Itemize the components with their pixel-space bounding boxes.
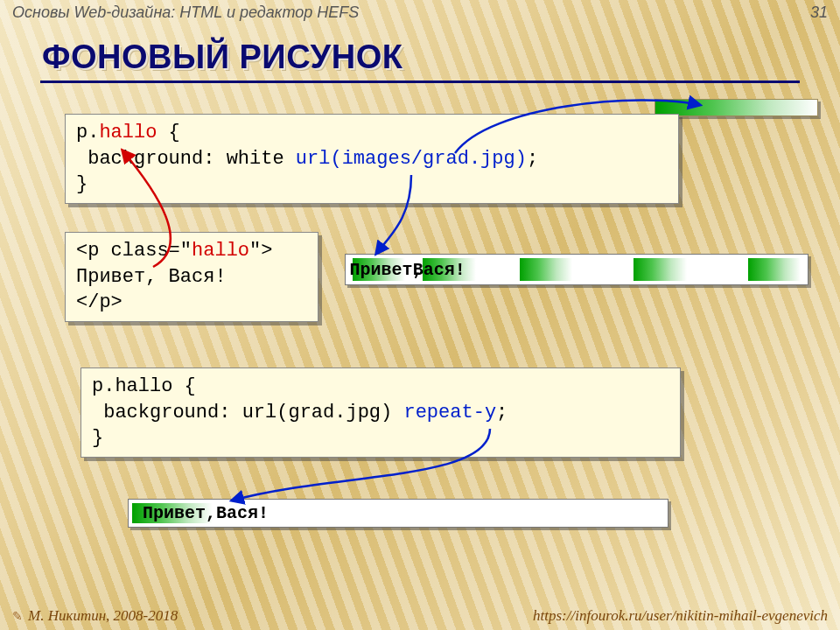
slide: Основы Web-дизайна: HTML и редактор HEFS… [0,0,840,630]
gradient-sample-strip [654,99,818,116]
sample1-word2: Вася! [413,260,466,280]
page-number: 31 [810,4,828,22]
render-sample-2: Привет, Вася! [128,499,668,528]
gradient-tile-icon [748,258,801,281]
footer-bar: ✎М. Никитин, 2008-2018 https://infourok.… [12,607,828,625]
sample2-word1: Привет, [136,503,216,523]
title-underline [40,80,800,83]
gradient-tile-icon [634,258,686,281]
code-css-2: p.hallo { background: url(grad.jpg) repe… [80,368,681,458]
header-bar: Основы Web-дизайна: HTML и редактор HEFS… [12,4,828,22]
slide-title: ФОНОВЫЙ РИСУНОК [42,38,402,76]
footer-glyph-icon: ✎ [12,610,23,623]
code-css-1: p.hallo { background: white url(images/g… [65,114,679,204]
footer-url: https://infourok.ru/user/nikitin-mihail-… [533,607,828,625]
code-html: <p class="hallo"> Привет, Вася! </p> [65,232,318,322]
footer-author: ✎М. Никитин, 2008-2018 [12,607,178,625]
sample1-word1: Привет, [342,260,423,280]
course-title: Основы Web-дизайна: HTML и редактор HEFS [12,4,359,22]
sample2-word2: Вася! [216,503,269,523]
gradient-tile-icon [520,258,572,281]
render-sample-1: Привет, Вася! [345,254,808,285]
